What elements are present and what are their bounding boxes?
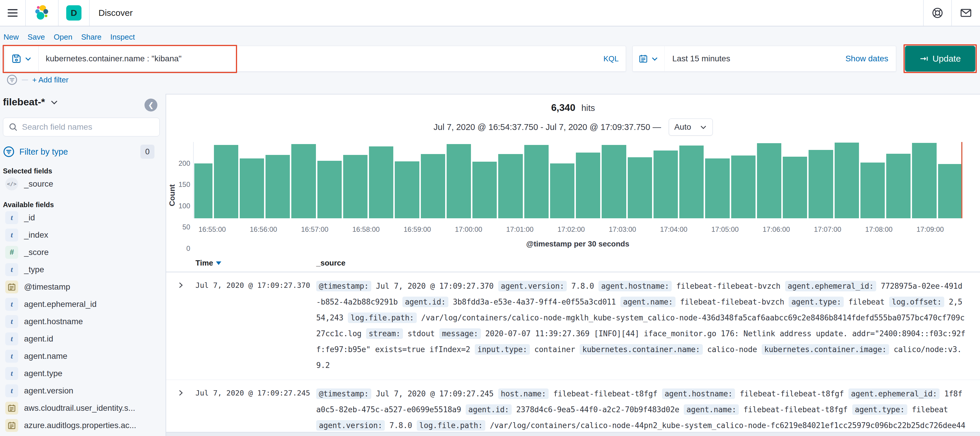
histogram-bar[interactable] [317, 161, 342, 218]
field-item-agent.hostname[interactable]: tagent.hostname [3, 313, 160, 330]
query-language-button[interactable]: KQL [597, 54, 626, 63]
show-dates-button[interactable]: Show dates [838, 54, 896, 63]
elastic-home-button[interactable] [26, 0, 58, 26]
interval-select[interactable]: Auto [669, 118, 713, 136]
source-field-pair[interactable]: agent.hostname: filebeat-filebeat-t8fgf [662, 388, 844, 399]
histogram-bar[interactable] [938, 164, 963, 218]
field-item-_type[interactable]: t_type [3, 261, 160, 278]
source-field-pair[interactable]: @timestamp: Jul 7, 2020 @ 17:09:27.370 [316, 281, 493, 291]
field-item-agent.id[interactable]: tagent.id [3, 330, 160, 347]
histogram-bar[interactable] [447, 144, 471, 218]
field-item-agent.ephemeral_id[interactable]: tagent.ephemeral_id [3, 295, 160, 313]
field-item-agent.type[interactable]: tagent.type [3, 365, 160, 382]
source-field-pair[interactable]: input.type: container [475, 344, 575, 355]
histogram-bar[interactable] [601, 145, 626, 218]
source-column-header[interactable]: _source [316, 259, 345, 268]
histogram-bar[interactable] [835, 142, 859, 218]
menu-link-share[interactable]: Share [81, 33, 102, 42]
source-field-pair[interactable]: agent.type: filebeat [852, 404, 948, 415]
histogram-bar[interactable] [473, 162, 497, 218]
source-field-key: agent.type: [852, 404, 907, 415]
newsfeed-button[interactable] [952, 0, 980, 26]
histogram-bar[interactable] [550, 163, 574, 218]
main-menu-button[interactable] [0, 0, 25, 26]
histogram-bar[interactable] [861, 163, 885, 218]
histogram-bar[interactable] [369, 146, 393, 218]
field-item-agent.name[interactable]: tagent.name [3, 347, 160, 365]
source-field-pair[interactable]: agent.version: 7.8.0 [316, 420, 412, 431]
source-field-pair[interactable]: stream: stdout [366, 328, 434, 339]
top-navigation: D Discover [0, 0, 980, 26]
histogram-bar[interactable] [731, 155, 756, 218]
histogram-bar[interactable] [628, 157, 652, 218]
histogram-bar[interactable] [395, 161, 419, 218]
collapse-sidebar-button[interactable]: ❮ [145, 99, 158, 112]
time-range-text: Jul 7, 2020 @ 16:54:37.750 - Jul 7, 2020… [433, 122, 661, 132]
field-item-azure.auditlogs.properties.ac...[interactable]: azure.auditlogs.properties.ac... [3, 417, 160, 434]
field-item-_id[interactable]: t_id [3, 209, 160, 226]
sort-desc-arrow-icon [216, 262, 221, 265]
source-field-pair[interactable]: agent.id: 3b8fdd3a-e53e-4a37-9ff4-e0f55a… [402, 297, 616, 307]
field-item-aws.cloudtrail.user_identity.s...[interactable]: aws.cloudtrail.user_identity.s... [3, 399, 160, 417]
help-button[interactable] [924, 0, 951, 26]
histogram-bar[interactable] [266, 155, 290, 218]
histogram-bar[interactable] [886, 154, 910, 218]
update-button[interactable]: Update [905, 46, 975, 72]
source-field-pair[interactable]: agent.id: 2378d4c6-9ea5-44f0-a2c2-70b9f4… [466, 404, 679, 415]
menu-link-open[interactable]: Open [54, 33, 72, 42]
histogram-bar[interactable] [214, 145, 238, 218]
source-field-key: agent.version: [498, 281, 567, 291]
histogram-bar[interactable] [912, 143, 936, 218]
x-tick-label: 17:08:00 [865, 225, 892, 233]
menu-link-save[interactable]: Save [27, 33, 45, 42]
source-field-pair[interactable]: agent.name: filebeat-filebeat-t8fgf [684, 404, 848, 415]
histogram-bar[interactable] [421, 154, 445, 218]
field-item-agent.version[interactable]: tagent.version [3, 382, 160, 399]
time-column-header[interactable]: Time [196, 259, 316, 268]
menu-link-inspect[interactable]: Inspect [110, 33, 135, 42]
source-field-pair[interactable]: agent.name: filebeat-filebeat-bvzch [620, 297, 784, 307]
date-quick-select-button[interactable] [633, 46, 665, 71]
index-pattern-picker[interactable]: filebeat-* [3, 96, 160, 108]
kql-query-input[interactable] [39, 54, 597, 63]
source-field-pair[interactable]: agent.type: filebeat [789, 297, 885, 307]
histogram-bar[interactable] [524, 145, 549, 218]
time-range-value[interactable]: Last 15 minutes [665, 54, 738, 63]
histogram-bar[interactable] [240, 158, 264, 218]
filter-circle-icon[interactable] [6, 74, 18, 85]
histogram-bar[interactable] [783, 157, 807, 218]
histogram-bar[interactable] [291, 144, 316, 218]
expand-row-button[interactable] [166, 278, 196, 289]
histogram-bar[interactable] [654, 150, 678, 218]
source-field-key: host.name: [498, 388, 549, 399]
field-item-_source[interactable]: </>_source [3, 175, 160, 192]
app-badge-cell[interactable]: D [59, 0, 89, 26]
saved-query-menu-button[interactable] [5, 46, 39, 71]
bottom-scroll-strip[interactable] [166, 432, 980, 436]
menu-link-new[interactable]: New [3, 33, 19, 42]
field-item-@timestamp[interactable]: @timestamp [3, 278, 160, 295]
filter-by-type-button[interactable]: Filter by type [19, 147, 68, 157]
expand-row-button[interactable] [166, 386, 196, 396]
histogram-bar[interactable] [498, 154, 523, 218]
field-item-_score[interactable]: #_score [3, 244, 160, 261]
discover-menubar: NewSaveOpenShareInspect [0, 26, 980, 44]
histogram-bar[interactable] [194, 163, 212, 218]
source-field-key: agent.hostname: [598, 281, 672, 291]
histogram-plot-area[interactable] [193, 142, 963, 218]
field-item-_index[interactable]: t_index [3, 226, 160, 244]
source-field-pair[interactable]: host.name: filebeat-filebeat-t8fgf [498, 388, 657, 399]
histogram-bar[interactable] [576, 153, 600, 218]
field-search-input[interactable] [22, 122, 154, 132]
histogram-bar[interactable] [757, 143, 781, 218]
add-filter-button[interactable]: + Add filter [32, 75, 68, 85]
histogram-bar[interactable] [808, 150, 833, 218]
source-field-pair[interactable]: agent.version: 7.8.0 [498, 281, 594, 291]
source-field-pair[interactable]: @timestamp: Jul 7, 2020 @ 17:09:27.245 [316, 388, 493, 399]
source-field-pair[interactable]: agent.hostname: filebeat-filebeat-bvzch [598, 281, 780, 291]
histogram-bar[interactable] [705, 158, 729, 218]
row-time-cell: Jul 7, 2020 @ 17:09:27.245 [196, 386, 316, 397]
histogram-bar[interactable] [679, 145, 704, 218]
histogram-bar[interactable] [343, 155, 368, 218]
source-field-pair[interactable]: kubernetes.container.name: calico-node [580, 344, 757, 355]
